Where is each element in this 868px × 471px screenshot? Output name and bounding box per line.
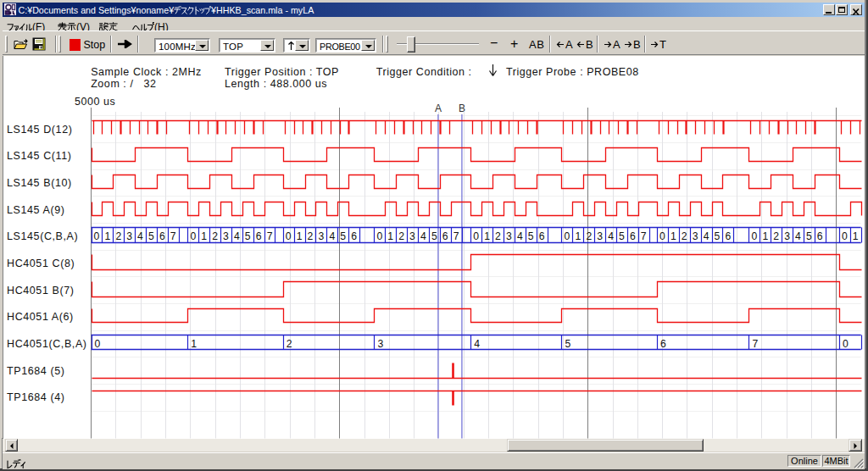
svg-text:3: 3: [784, 230, 790, 242]
svg-text:5: 5: [245, 230, 251, 242]
svg-text:A: A: [435, 103, 442, 114]
svg-text:0: 0: [565, 230, 570, 242]
svg-text:LS145 C(11): LS145 C(11): [7, 150, 72, 162]
svg-text:2: 2: [115, 230, 121, 242]
svg-text:5: 5: [715, 230, 721, 242]
svg-text:0: 0: [95, 338, 101, 350]
svg-text:2: 2: [398, 230, 404, 242]
svg-text:0: 0: [94, 230, 100, 242]
svg-text:7: 7: [752, 338, 758, 350]
svg-text:2: 2: [773, 230, 779, 242]
svg-text:0: 0: [842, 230, 848, 242]
svg-text:6: 6: [351, 230, 357, 242]
svg-text:0: 0: [659, 230, 665, 242]
svg-text:7: 7: [170, 230, 176, 242]
svg-text:Sample Clock : 2MHz: Sample Clock : 2MHz: [91, 66, 202, 78]
svg-text:0: 0: [843, 338, 849, 350]
svg-text:B: B: [459, 103, 465, 114]
svg-text:6: 6: [442, 230, 448, 242]
svg-text:3: 3: [377, 338, 383, 350]
svg-text:LS145(C,B,A): LS145(C,B,A): [7, 230, 78, 242]
svg-text:5: 5: [528, 230, 534, 242]
svg-text:HC4051(C,B,A): HC4051(C,B,A): [7, 338, 87, 350]
svg-text:5: 5: [565, 338, 571, 350]
svg-text:4: 4: [474, 338, 480, 350]
svg-text:0: 0: [752, 230, 758, 242]
svg-text:1: 1: [576, 230, 581, 242]
svg-text:Length : 488.000 us: Length : 488.000 us: [225, 78, 327, 90]
svg-text:5: 5: [619, 230, 625, 242]
svg-text:2: 2: [308, 230, 314, 242]
svg-text:6: 6: [159, 230, 165, 242]
svg-text:3: 3: [223, 230, 229, 242]
svg-text:5: 5: [806, 230, 812, 242]
svg-text:4: 4: [234, 230, 240, 242]
svg-text:1: 1: [297, 230, 303, 242]
svg-text:5: 5: [148, 230, 154, 242]
svg-text:7: 7: [453, 230, 459, 242]
svg-text:4: 4: [704, 230, 709, 242]
svg-text:Trigger Position : TOP: Trigger Position : TOP: [225, 66, 339, 78]
svg-text:1: 1: [670, 230, 676, 242]
svg-text:5000 us: 5000 us: [75, 96, 115, 108]
svg-text:0: 0: [190, 230, 196, 242]
svg-text:LS145 B(10): LS145 B(10): [7, 177, 72, 189]
svg-text:TP1684 (5): TP1684 (5): [7, 365, 65, 377]
svg-text:HC4051 B(7): HC4051 B(7): [7, 285, 75, 296]
svg-text:Trigger Probe : PROBE08: Trigger Probe : PROBE08: [506, 66, 639, 78]
svg-text:HC4051 C(8): HC4051 C(8): [7, 258, 75, 269]
svg-text:2: 2: [586, 230, 592, 242]
svg-text:6: 6: [660, 338, 666, 350]
svg-text:4: 4: [137, 230, 143, 242]
svg-text:1: 1: [201, 230, 207, 242]
svg-text:1: 1: [484, 230, 490, 242]
svg-text:6: 6: [539, 230, 545, 242]
svg-text:Zoom : / 32: Zoom : / 32: [91, 78, 156, 90]
svg-text:1: 1: [762, 230, 768, 242]
svg-text:6: 6: [817, 230, 823, 242]
svg-text:2: 2: [495, 230, 501, 242]
svg-text:2: 2: [212, 230, 218, 242]
svg-text:3: 3: [409, 230, 415, 242]
svg-text:6: 6: [256, 230, 262, 242]
svg-text:1: 1: [105, 230, 111, 242]
svg-text:4: 4: [795, 230, 801, 242]
svg-text:TP1684 (4): TP1684 (4): [7, 391, 65, 403]
svg-text:3: 3: [693, 230, 698, 242]
svg-text:4: 4: [329, 230, 335, 242]
svg-text:2: 2: [287, 338, 292, 350]
svg-text:5: 5: [431, 230, 437, 242]
svg-text:LS145 D(12): LS145 D(12): [7, 124, 72, 136]
svg-text:5: 5: [340, 230, 346, 242]
svg-text:7: 7: [267, 230, 273, 242]
svg-text:Trigger Condition :: Trigger Condition :: [376, 66, 472, 78]
svg-text:3: 3: [126, 230, 132, 242]
svg-text:7: 7: [641, 230, 647, 242]
svg-text:4: 4: [517, 230, 523, 242]
svg-text:6: 6: [630, 230, 636, 242]
svg-text:3: 3: [597, 230, 603, 242]
svg-text:4: 4: [420, 230, 426, 242]
svg-text:0: 0: [286, 230, 292, 242]
svg-text:4: 4: [608, 230, 614, 242]
svg-text:LS145 A(9): LS145 A(9): [7, 204, 65, 216]
svg-text:0: 0: [376, 230, 382, 242]
svg-text:3: 3: [319, 230, 325, 242]
svg-text:1: 1: [853, 230, 859, 242]
svg-text:HC4051 A(6): HC4051 A(6): [7, 311, 74, 323]
svg-text:2: 2: [682, 230, 687, 242]
svg-text:1: 1: [191, 338, 197, 350]
svg-text:1: 1: [387, 230, 393, 242]
svg-text:3: 3: [506, 230, 512, 242]
svg-text:0: 0: [473, 230, 479, 242]
svg-text:6: 6: [726, 230, 732, 242]
